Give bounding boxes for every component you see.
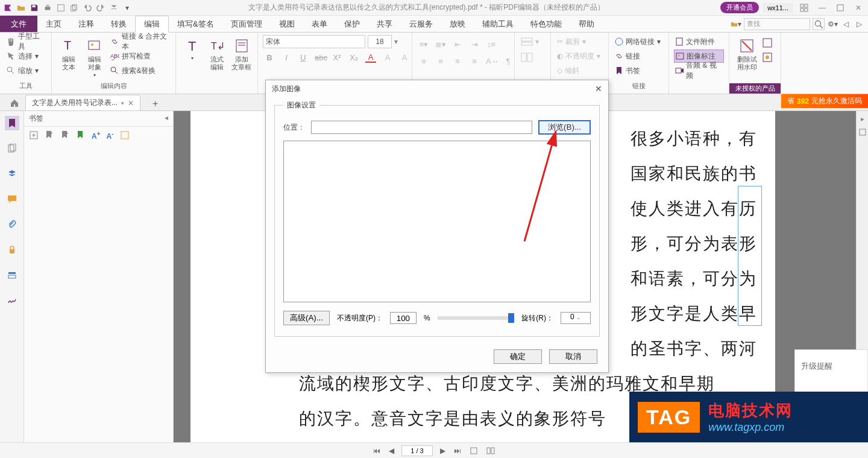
save-icon[interactable] (29, 2, 40, 13)
menu-cloud[interactable]: 云服务 (401, 16, 441, 32)
menu-convert[interactable]: 转换 (102, 16, 135, 32)
font-shrink-btn[interactable]: A (399, 53, 410, 62)
sb-view2-icon[interactable] (485, 447, 496, 455)
add-article-btn[interactable]: 添加 文章框 (230, 35, 253, 74)
minimize-icon[interactable]: — (815, 2, 829, 14)
open-icon[interactable] (16, 2, 27, 13)
qat-icon-1[interactable] (55, 2, 66, 13)
underline-btn[interactable]: U (298, 53, 309, 62)
menu-present[interactable]: 放映 (441, 16, 474, 32)
qat-icon-2[interactable] (69, 2, 80, 13)
search-replace-btn[interactable]: 搜索&替换 (108, 64, 171, 77)
crop-btn[interactable]: ✂ 裁剪▾ (556, 35, 602, 48)
nav-bookmarks-icon[interactable] (5, 116, 19, 130)
zoom-tool[interactable]: 缩放▾ (5, 64, 46, 77)
opacity-input[interactable] (390, 312, 417, 324)
select-tool[interactable]: 选择▾ (5, 49, 46, 63)
undo-icon[interactable] (82, 2, 93, 13)
tilt-btn[interactable]: ◇ 倾斜 (556, 64, 602, 77)
font-grow-btn[interactable]: A (382, 53, 393, 62)
audio-video-btn[interactable]: 音频 & 视频 (674, 64, 724, 77)
font-size-dropdown-icon[interactable]: ▾ (394, 37, 398, 46)
maximize-icon[interactable] (833, 2, 848, 14)
nav-fields-icon[interactable] (5, 268, 19, 282)
menu-view[interactable]: 视图 (271, 16, 303, 32)
close-icon[interactable]: ✕ (851, 2, 866, 14)
list-bullet-icon[interactable]: ≡▾ (418, 40, 429, 49)
cancel-button[interactable]: 取消 (549, 349, 597, 364)
bm-tool-bigger-icon[interactable]: A+ (92, 130, 101, 141)
sb-view1-icon[interactable] (468, 447, 479, 455)
spellcheck-btn[interactable]: ABC拼写检查 (108, 49, 171, 63)
bm-tool-expand-icon[interactable] (29, 130, 39, 141)
bold-btn[interactable]: B (264, 53, 275, 62)
opacity-btn[interactable]: ◐ 不透明度▾ (556, 49, 602, 63)
menu-annotate[interactable]: 注释 (70, 16, 102, 32)
menu-protect[interactable]: 保护 (336, 16, 368, 32)
qat-more-icon[interactable]: ▾ (122, 2, 133, 13)
location-input[interactable] (311, 121, 532, 134)
page-prev-icon[interactable]: ◀ (388, 447, 395, 455)
char-spacing-icon[interactable]: A↔ (486, 57, 497, 66)
settings-icon[interactable]: ⚙▾ (827, 19, 838, 30)
menu-help[interactable]: 帮助 (570, 16, 603, 32)
menu-home[interactable]: 主页 (37, 16, 70, 32)
align-left-icon[interactable]: ≡ (418, 57, 429, 66)
strike-btn[interactable]: abc (315, 53, 326, 62)
font-size-select[interactable]: 18 (368, 35, 392, 48)
search-input[interactable]: 查找 (744, 18, 810, 30)
menubar-folder-icon[interactable]: ▾ (731, 19, 741, 30)
link-merge-btn[interactable]: 链接 & 合并文本 (108, 35, 171, 48)
rightbar-tool-icon[interactable] (858, 128, 867, 136)
nav-signatures-icon[interactable] (5, 293, 19, 308)
hand-tool[interactable]: 手型工具 (5, 35, 46, 48)
web-link-btn[interactable]: 网络链接▾ (614, 35, 662, 48)
indent-dec-icon[interactable]: ⇤ (452, 40, 463, 49)
align-center-icon[interactable]: ≡ (435, 57, 446, 66)
align-right-icon[interactable]: ≡ (452, 57, 463, 66)
tab-dropdown-icon[interactable]: ▾ (121, 100, 124, 106)
protect-icon-1[interactable] (762, 37, 773, 48)
nav-attachments-icon[interactable] (5, 217, 19, 232)
split-h-icon[interactable]: ▾ (520, 35, 540, 48)
tab-home-icon[interactable] (7, 96, 22, 110)
member-button[interactable]: 开通会员 (720, 2, 759, 13)
protect-icon-2[interactable] (762, 52, 773, 63)
menu-form[interactable]: 表单 (303, 16, 336, 32)
edit-object-btn[interactable]: 编辑 对象▾ (83, 35, 106, 80)
print-icon[interactable] (42, 2, 53, 13)
menu-page-manage[interactable]: 页面管理 (222, 16, 271, 32)
menu-share[interactable]: 共享 (368, 16, 401, 32)
font-family-select[interactable]: 宋体 (263, 35, 365, 48)
nav-prev-icon[interactable]: ◁ (840, 19, 851, 30)
tab-close-icon[interactable]: ✕ (128, 99, 134, 107)
rotate-select[interactable]: 0 ⌄ (561, 312, 591, 324)
bm-tool-nav-icon[interactable] (76, 130, 86, 141)
bookmark-btn[interactable]: 书签 (614, 64, 662, 77)
menu-file[interactable]: 文件 (0, 16, 37, 32)
page-next-icon[interactable]: ▶ (439, 447, 447, 455)
promo-banner[interactable]: 省392元抢永久激活码 (781, 94, 868, 108)
nav-next-icon[interactable]: ▷ (854, 19, 864, 30)
page-first-icon[interactable]: ⏮ (372, 447, 382, 455)
advanced-button[interactable]: 高级(A)... (283, 311, 330, 325)
bm-tool-more-icon[interactable] (120, 130, 130, 141)
font-color-btn[interactable]: A (365, 52, 376, 63)
reflow-edit-btn[interactable]: T↲流式 编辑 (206, 35, 228, 74)
subscript-btn[interactable]: X₂ (348, 53, 359, 62)
rightbar-expand-icon[interactable]: ▸ (861, 115, 864, 123)
dialog-close-icon[interactable]: ✕ (595, 84, 602, 94)
redo-icon[interactable] (95, 2, 106, 13)
file-attach-btn[interactable]: 文件附件 (674, 35, 724, 48)
bm-tool-del-icon[interactable]: × (60, 130, 70, 141)
add-text-btn[interactable]: T▾ (181, 35, 203, 63)
remove-watermark-btn[interactable]: 删除试 用水印 (734, 35, 760, 74)
align-justify-icon[interactable]: ≡ (469, 57, 480, 66)
nav-security-icon[interactable] (5, 243, 19, 257)
ok-button[interactable]: 确定 (494, 349, 542, 364)
bm-tool-add-icon[interactable]: + (45, 130, 54, 141)
page-last-icon[interactable]: ⏭ (453, 447, 462, 455)
italic-btn[interactable]: I (281, 53, 292, 62)
list-number-icon[interactable]: ≣▾ (435, 40, 446, 49)
text-dir-icon[interactable]: ¶ (503, 57, 514, 66)
